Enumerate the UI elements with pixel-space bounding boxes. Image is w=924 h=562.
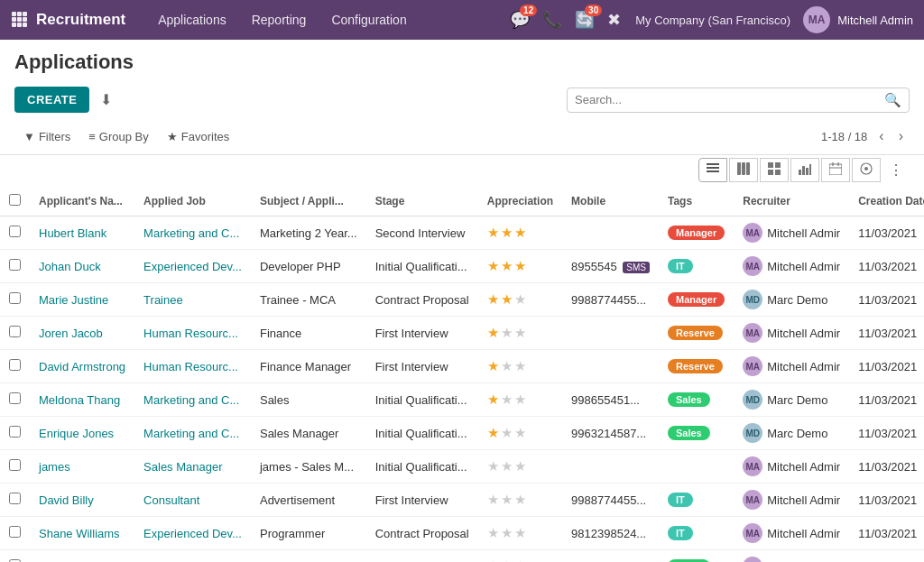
- appreciation[interactable]: ★★★: [478, 350, 562, 383]
- star-empty-icon[interactable]: ★: [501, 558, 513, 562]
- download-button[interactable]: ⬇: [97, 88, 116, 112]
- applicant-name[interactable]: james: [39, 460, 70, 474]
- star-filled-icon[interactable]: ★: [501, 225, 513, 241]
- star-empty-icon[interactable]: ★: [514, 325, 526, 341]
- star-filled-icon[interactable]: ★: [501, 258, 513, 274]
- filters-button[interactable]: ▼ Filters: [14, 126, 79, 147]
- row-checkbox[interactable]: [9, 392, 21, 404]
- star-filled-icon[interactable]: ★: [487, 291, 499, 308]
- star-empty-icon[interactable]: ★: [514, 358, 526, 374]
- star-empty-icon[interactable]: ★: [501, 458, 513, 474]
- activity-view-button[interactable]: [852, 158, 881, 182]
- row-checkbox[interactable]: [9, 259, 21, 271]
- row-checkbox[interactable]: [9, 493, 21, 504]
- star-empty-icon[interactable]: ★: [514, 525, 526, 541]
- applicant-name[interactable]: Shane Williams: [39, 527, 120, 540]
- col-applicant-name[interactable]: Applicant's Na...: [30, 187, 134, 217]
- row-checkbox[interactable]: [9, 459, 21, 471]
- row-checkbox[interactable]: [9, 326, 21, 337]
- kanban-view-button[interactable]: [729, 158, 758, 182]
- star-empty-icon[interactable]: ★: [501, 358, 513, 374]
- appreciation[interactable]: ★★★: [478, 250, 562, 283]
- appreciation[interactable]: ★★★: [478, 217, 562, 250]
- star-filled-icon[interactable]: ★: [487, 258, 499, 274]
- list-view-button[interactable]: [698, 158, 727, 182]
- applicant-name[interactable]: Meldona Thang: [39, 393, 120, 407]
- appreciation[interactable]: ★★★: [478, 383, 562, 417]
- star-filled-icon[interactable]: ★: [487, 225, 499, 241]
- col-stage[interactable]: Stage: [366, 187, 478, 217]
- grid-view-button[interactable]: [760, 158, 789, 182]
- star-empty-icon[interactable]: ★: [487, 558, 499, 562]
- prev-page-button[interactable]: ‹: [873, 124, 890, 149]
- applicant-name[interactable]: Marie Justine: [39, 293, 108, 307]
- applied-job[interactable]: Marketing and C...: [143, 393, 239, 407]
- row-checkbox[interactable]: [9, 359, 21, 371]
- star-filled-icon[interactable]: ★: [487, 425, 499, 441]
- col-appreciation[interactable]: Appreciation: [478, 187, 562, 217]
- col-recruiter[interactable]: Recruiter: [734, 187, 849, 217]
- menu-reporting[interactable]: Reporting: [241, 7, 318, 32]
- chat-icon[interactable]: 💬12: [510, 10, 530, 30]
- favorites-button[interactable]: ★ Favorites: [158, 126, 238, 147]
- menu-configuration[interactable]: Configuration: [320, 7, 417, 32]
- col-creation-date[interactable]: Creation Date: [849, 187, 924, 217]
- star-empty-icon[interactable]: ★: [514, 492, 526, 508]
- appreciation[interactable]: ★★★: [478, 317, 562, 350]
- applied-job[interactable]: Experienced Dev...: [143, 260, 242, 273]
- more-options-button[interactable]: ⋮: [882, 157, 910, 183]
- applied-job[interactable]: Marketing and C...: [143, 226, 239, 240]
- star-empty-icon[interactable]: ★: [514, 392, 526, 408]
- appreciation[interactable]: ★★★: [478, 450, 562, 484]
- star-empty-icon[interactable]: ★: [487, 458, 499, 474]
- applicant-name[interactable]: Joren Jacob: [39, 327, 103, 340]
- applicant-name[interactable]: Enrique Jones: [39, 427, 114, 440]
- applied-job[interactable]: Sales Manager: [143, 460, 222, 474]
- applied-job[interactable]: Marketing and C...: [143, 427, 239, 440]
- star-filled-icon[interactable]: ★: [501, 291, 513, 308]
- star-empty-icon[interactable]: ★: [501, 425, 513, 441]
- star-empty-icon[interactable]: ★: [487, 492, 499, 508]
- star-filled-icon[interactable]: ★: [487, 325, 499, 341]
- appreciation[interactable]: ★★★: [478, 517, 562, 550]
- star-filled-icon[interactable]: ★: [514, 258, 526, 274]
- star-empty-icon[interactable]: ★: [501, 525, 513, 541]
- col-subject[interactable]: Subject / Appli...: [251, 187, 366, 217]
- applied-job[interactable]: Trainee: [143, 293, 183, 307]
- applicant-name[interactable]: Johan Duck: [39, 260, 101, 273]
- star-empty-icon[interactable]: ★: [501, 392, 513, 408]
- row-checkbox[interactable]: [9, 426, 21, 438]
- star-empty-icon[interactable]: ★: [514, 558, 526, 562]
- appreciation[interactable]: ★★★: [478, 417, 562, 450]
- applicant-name[interactable]: David Billy: [39, 493, 94, 507]
- applicant-name[interactable]: Hubert Blank: [39, 226, 106, 240]
- row-checkbox[interactable]: [9, 292, 21, 304]
- star-empty-icon[interactable]: ★: [514, 458, 526, 474]
- row-checkbox[interactable]: [9, 526, 21, 538]
- select-all-checkbox[interactable]: [9, 194, 21, 206]
- activity-icon[interactable]: 🔄30: [575, 10, 595, 30]
- chart-view-button[interactable]: [790, 158, 819, 182]
- col-mobile[interactable]: Mobile: [562, 187, 659, 217]
- user-menu[interactable]: MA Mitchell Admin: [803, 6, 913, 33]
- grid-icon[interactable]: [11, 11, 27, 30]
- star-empty-icon[interactable]: ★: [501, 325, 513, 341]
- applied-job[interactable]: Consultant: [143, 493, 199, 507]
- menu-applications[interactable]: Applications: [147, 7, 237, 32]
- star-empty-icon[interactable]: ★: [514, 425, 526, 441]
- appreciation[interactable]: ★★★: [478, 283, 562, 317]
- col-tags[interactable]: Tags: [659, 187, 734, 217]
- star-empty-icon[interactable]: ★: [514, 291, 526, 308]
- select-all-header[interactable]: [0, 187, 30, 217]
- applicant-name[interactable]: David Armstrong: [39, 360, 125, 373]
- applied-job[interactable]: Human Resourc...: [143, 327, 238, 340]
- close-icon[interactable]: ✖: [607, 10, 621, 30]
- calendar-view-button[interactable]: [821, 158, 850, 182]
- star-empty-icon[interactable]: ★: [487, 525, 499, 541]
- appreciation[interactable]: ★★★: [478, 484, 562, 517]
- star-filled-icon[interactable]: ★: [487, 392, 499, 408]
- star-filled-icon[interactable]: ★: [514, 225, 526, 241]
- star-empty-icon[interactable]: ★: [501, 492, 513, 508]
- applied-job[interactable]: Human Resourc...: [143, 360, 238, 373]
- col-applied-job[interactable]: Applied Job: [134, 187, 251, 217]
